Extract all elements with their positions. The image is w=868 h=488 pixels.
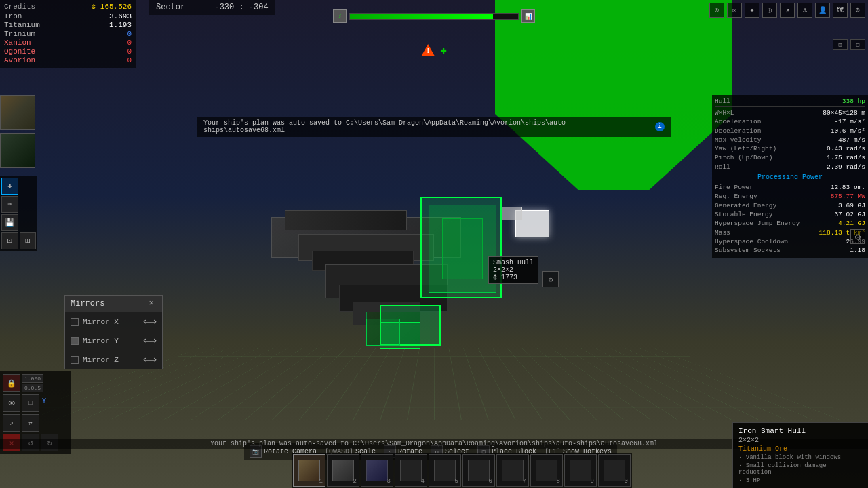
menu-icon-2[interactable]: ✉ [727, 3, 742, 18]
iron-label: Iron [4, 12, 22, 20]
tool-move[interactable]: ✚ [1, 178, 18, 195]
tool-save[interactable]: 💾 [1, 214, 18, 231]
pitch-value: 1.75 rad/s [827, 153, 865, 162]
menu-icon-3[interactable]: ✦ [745, 3, 760, 18]
res-alt-icon[interactable]: ⊟ [850, 39, 865, 50]
subsocket-row: Subsystem Sockets 1.18 [715, 246, 865, 255]
item-slot-6[interactable]: 6 [462, 454, 495, 487]
tooltip-size: 2×2×2 [493, 266, 534, 274]
roll-row: Roll 2.39 rad/s [715, 163, 865, 171]
item-slot-1[interactable]: 1 [293, 454, 326, 487]
thumbnail-1[interactable] [0, 95, 35, 130]
item-info-material: Titanium Ore [738, 445, 863, 453]
credits-label: Credits [4, 3, 35, 11]
slot-6-icon [468, 460, 490, 481]
reqenergy-label: Req. Energy [715, 192, 757, 201]
mirror-y-checkbox[interactable] [71, 337, 79, 345]
iron-value: 3.693 [109, 12, 132, 20]
autosave-bottom-text: Your ship's plan was auto-saved to C:\Us… [210, 440, 658, 447]
menu-icon-4[interactable]: ◎ [762, 3, 777, 18]
lock-btn[interactable]: 🔒 [3, 374, 20, 392]
storenergy-label: Storable Energy [715, 210, 773, 219]
thumbnail-2[interactable] [0, 133, 35, 168]
hull-stat-row: Hull 338 hp [715, 98, 865, 107]
hyperenergy-label: Hyperspace Jump Energy [715, 219, 800, 228]
view-btn[interactable]: 👁 [3, 394, 20, 412]
storenergy-value: 37.02 GJ [834, 210, 865, 219]
left-toolbar: ✚ ✂ 💾 ⊡ ⊞ [0, 176, 37, 251]
item-slot-7[interactable]: 7 [496, 454, 529, 487]
tool-scale[interactable]: ✂ [1, 196, 18, 213]
avorion-label: Avorion [4, 56, 35, 64]
menu-icon-5[interactable]: ↗ [780, 3, 795, 18]
mirror-x-label: Mirror X [83, 318, 139, 326]
mass-row: Mass 118.13 t km³ [715, 228, 865, 237]
slot-1-icon [298, 460, 320, 481]
slot-0-number: 0 [625, 478, 628, 485]
slot-6-number: 6 [489, 478, 492, 485]
size-value: 80×45×128 m [823, 108, 865, 117]
subsocket-label: Subsystem Sockets [715, 246, 781, 255]
block-settings-icon[interactable]: ⚙ [542, 271, 559, 287]
menu-icon-7[interactable]: 👤 [815, 3, 830, 18]
menu-icon-9[interactable]: ⚙ [850, 3, 865, 18]
slot-4-number: 4 [421, 478, 425, 485]
mirror-z-checkbox[interactable] [71, 356, 79, 364]
top-right-icons[interactable]: ⊙ ✉ ✦ ◎ ↗ ⚓ 👤 🗺 ⚙ [709, 3, 865, 18]
xanion-label: Xanion [4, 39, 31, 47]
item-slot-4[interactable]: 4 [395, 454, 427, 487]
genenergy-label: Generated Energy [715, 201, 776, 210]
settings-gear-icon[interactable]: ⚙ [850, 229, 865, 244]
thumbnails-panel [0, 95, 37, 168]
expand-btn[interactable]: ↗ [3, 414, 20, 432]
tool-frame[interactable]: ⊡ [1, 232, 18, 249]
item-slot-3[interactable]: 3 [361, 454, 393, 487]
credits-resources-panel: Credits ¢ 165,526 Iron 3.693 Titanium 1.… [0, 0, 136, 68]
mirror-x-checkbox[interactable] [71, 318, 79, 326]
roll-value: 2.39 rad/s [827, 163, 865, 171]
pitch-label: Pitch (Up/Down) [715, 153, 773, 162]
mirror-z-row: Mirror Z ⟺ [65, 350, 162, 369]
menu-icon-6[interactable]: ⚓ [797, 3, 812, 18]
reqenergy-value: 875.77 MW [831, 192, 865, 201]
yaw-row: Yaw (Left/Right) 0.43 rad/s [715, 144, 865, 153]
item-slot-5[interactable]: 5 [429, 454, 461, 487]
hyperenergy-row: Hyperspace Jump Energy 4.21 GJ [715, 219, 865, 228]
mirror-btn[interactable]: ⇄ [22, 414, 39, 432]
mirror-y-arrows-icon: ⟺ [143, 335, 157, 346]
ogonite-value: 0 [127, 47, 132, 56]
resolution-indicators: ⊞ ⊟ [833, 39, 865, 50]
item-slot-8[interactable]: 8 [530, 454, 563, 487]
mirror-y-label: Mirror Y [83, 337, 139, 345]
maxvel-row: Max Velocity 487 m/s [715, 136, 865, 144]
processing-power-section: Processing Power [715, 174, 865, 181]
block-size-value: 1.000 [22, 374, 43, 383]
item-slot-0[interactable]: 0 [598, 454, 631, 487]
item-info-prop1: · Small collision damage reduction [738, 462, 863, 476]
item-slots-bar: 1 2 3 4 5 6 7 8 9 0 [292, 453, 632, 488]
menu-icon-1[interactable]: ⊙ [709, 3, 724, 18]
accel-label: Acceleration [715, 117, 761, 126]
size-display: 1.000 0.0.5 [22, 374, 43, 392]
slot-8-number: 8 [557, 478, 560, 485]
ship-3d-view [271, 197, 576, 386]
decel-label: Deceleration [715, 127, 761, 136]
menu-icon-8[interactable]: 🗺 [833, 3, 848, 18]
item-info-note: · Vanilla block with windows [738, 454, 863, 461]
mass-label: Mass [715, 228, 730, 237]
ship-tooltip: Smash Hull 2×2×2 ¢ 1773 [488, 256, 538, 284]
hypercool-label: Hyperspace Cooldown [715, 237, 788, 246]
tool-grid[interactable]: ⊞ [20, 232, 37, 249]
mirror-x-arrows-icon: ⟺ [143, 316, 157, 327]
ogonite-label: Ogonite [4, 47, 35, 56]
item-slot-2[interactable]: 2 [327, 454, 359, 487]
thumb-1-image [1, 96, 35, 129]
item-info-title: Iron Smart Hull [738, 427, 863, 435]
slot-2-icon [332, 460, 354, 481]
square-btn[interactable]: □ [22, 394, 39, 412]
res-grid-icon[interactable]: ⊞ [833, 39, 848, 50]
item-slot-9[interactable]: 9 [564, 454, 597, 487]
autosave-notification: Your ship's plan was auto-saved to C:\Us… [197, 117, 671, 137]
mirror-close-button[interactable]: × [146, 298, 157, 309]
alert-triangle-icon [421, 44, 435, 56]
